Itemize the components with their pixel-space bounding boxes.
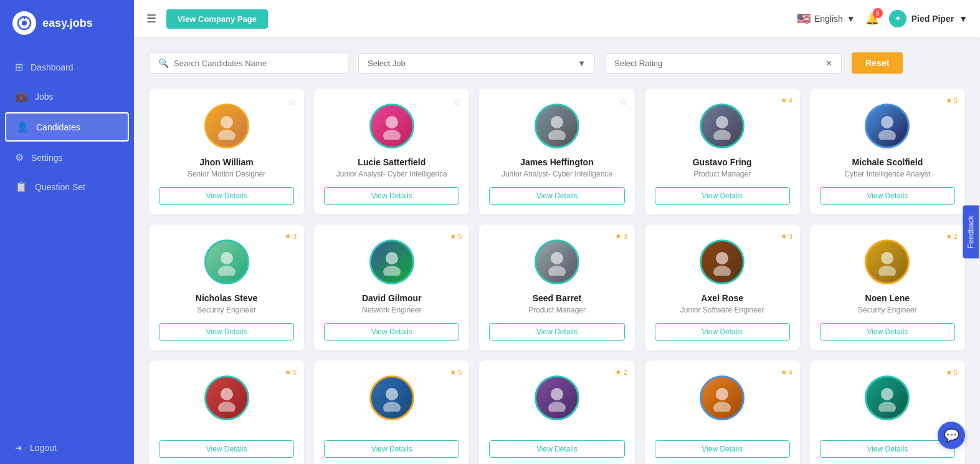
avatar [865,239,910,284]
reset-button[interactable]: Reset [852,52,903,74]
bookmark-icon[interactable]: ☆ [619,96,627,108]
candidates-grid: ☆ Jhon WilliamSenior Motion DesignerView… [149,89,965,464]
avatar [204,239,249,284]
bookmark-icon[interactable]: ☆ [453,96,462,108]
svg-point-11 [881,116,893,128]
candidate-card: ★5 View Details [149,360,304,464]
select-rating-label: Select Rating [614,59,662,68]
sidebar-item-jobs[interactable]: 💼 Jobs [0,82,134,111]
view-details-button[interactable]: View Details [324,187,459,205]
candidate-name: Jhon William [199,157,253,167]
view-details-button[interactable]: View Details [159,187,294,205]
sidebar-item-question-set[interactable]: 📋 Question Set [0,172,134,201]
avatar [204,375,249,420]
logout-button[interactable]: ➜ Logout [0,432,134,464]
avatar-wrap [369,239,414,284]
view-details-button[interactable]: View Details [489,323,624,341]
sidebar-item-candidates[interactable]: 👤 Candidates [5,112,129,142]
view-details-button[interactable]: View Details [820,440,955,458]
svg-point-1 [22,21,27,26]
company-name: Pied Piper [911,14,954,24]
candidate-card: ★5 View Details [810,360,965,464]
view-details-button[interactable]: View Details [655,187,790,205]
sidebar-nav: ⊞ Dashboard 💼 Jobs 👤 Candidates ⚙ Settin… [0,46,134,432]
candidate-name: Noen Lene [865,293,910,303]
view-details-button[interactable]: View Details [489,187,624,205]
main-content: ☰ View Company Page 🇺🇸 English ▼ 🔔 9 ✦ P… [134,0,980,464]
bookmark-icon[interactable]: ☆ [288,96,297,108]
rating-badge: ★4 [781,368,792,377]
sidebar: easy.jobs ⊞ Dashboard 💼 Jobs 👤 Candidate… [0,0,134,464]
candidate-role: Junior Analyst- Cyber Intelligence [336,170,447,178]
rating-badge: ★5 [450,232,462,241]
candidate-card: ★2 Noen LeneSecurity EngineerView Detail… [810,225,965,350]
notification-bell[interactable]: 🔔 9 [865,12,879,26]
svg-point-9 [716,116,728,128]
view-details-button[interactable]: View Details [655,323,790,341]
select-job-dropdown[interactable]: Select Job ▼ [358,53,595,74]
avatar-wrap [865,239,910,284]
candidate-name: David Gilmour [362,293,422,303]
view-details-button[interactable]: View Details [324,323,459,341]
rating-badge: ★3 [615,232,627,241]
view-details-button[interactable]: View Details [820,187,955,205]
svg-point-15 [386,252,398,264]
sidebar-item-settings[interactable]: ⚙ Settings [0,143,134,172]
company-icon: ✦ [889,10,906,27]
sidebar-item-label: Dashboard [31,62,74,72]
candidates-icon: 👤 [16,121,29,133]
candidate-name: Axel Rose [701,293,743,303]
search-box[interactable]: 🔍 [149,52,348,74]
select-rating-dropdown[interactable]: Select Rating ✕ [605,53,842,74]
rating-badge: ★3 [781,232,792,241]
sidebar-item-dashboard[interactable]: ⊞ Dashboard [0,52,134,82]
jobs-icon: 💼 [15,90,27,102]
candidate-role: Cyber Intelligence Analyst [844,170,930,178]
company-selector[interactable]: ✦ Pied Piper ▼ [889,10,968,27]
candidate-card: ☆ Lucie SatterfieldJunior Analyst- Cyber… [314,89,469,215]
candidate-card: ★4 View Details [645,360,800,464]
candidate-name: Nicholas Steve [196,293,258,303]
view-details-button[interactable]: View Details [489,440,624,458]
feedback-tab[interactable]: Feedback [963,206,979,259]
svg-point-4 [218,130,235,140]
view-details-button[interactable]: View Details [159,440,294,458]
avatar [204,104,249,148]
avatar-wrap [700,375,745,420]
sidebar-item-label: Question Set [35,182,85,192]
view-company-button[interactable]: View Company Page [166,9,268,29]
candidate-role: Junior Software Engineer [680,306,764,314]
svg-point-20 [713,266,731,276]
settings-icon: ⚙ [15,152,24,163]
chat-button[interactable]: 💬 [938,422,965,449]
logout-icon: ➜ [15,443,22,453]
avatar-wrap [369,375,414,420]
svg-point-19 [716,252,728,264]
language-selector[interactable]: 🇺🇸 English ▼ [797,12,855,26]
svg-point-16 [383,266,401,276]
avatar-wrap [369,104,414,148]
view-details-button[interactable]: View Details [324,440,459,458]
rating-badge: ★5 [946,96,958,105]
chevron-down-icon: ▼ [847,14,855,24]
candidate-card: ★3 Axel RoseJunior Software EngineerView… [645,225,800,350]
logo-text: easy.jobs [42,17,93,30]
view-details-button[interactable]: View Details [655,440,790,458]
view-details-button[interactable]: View Details [159,323,294,341]
notification-badge: 9 [873,8,883,18]
avatar [369,104,414,148]
sidebar-logo: easy.jobs [0,0,134,46]
svg-point-13 [221,252,233,264]
candidate-card: ★5 Michale ScolfieldCyber Intelligence A… [810,89,965,215]
svg-point-8 [548,130,566,140]
svg-point-25 [386,388,398,400]
svg-point-10 [713,130,731,140]
candidate-card: ★3 Nicholas SteveSecurity EngineerView D… [149,225,304,350]
search-input[interactable] [174,59,339,68]
view-details-button[interactable]: View Details [820,323,955,341]
candidate-name: Lucie Satterfield [358,157,426,167]
menu-icon[interactable]: ☰ [146,12,156,26]
avatar-wrap [535,239,579,284]
svg-point-17 [551,252,563,264]
rating-badge: ★2 [615,368,627,377]
